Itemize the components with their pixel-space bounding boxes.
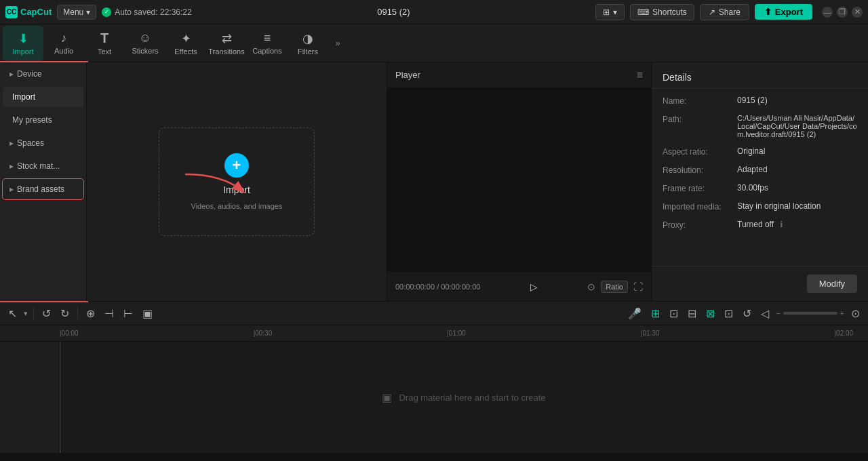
share-button[interactable]: ↗ Share bbox=[700, 4, 749, 20]
undo-button[interactable]: ↺ bbox=[39, 306, 54, 321]
export-button[interactable]: ⬆ Export bbox=[755, 4, 812, 20]
tool-text[interactable]: T Text bbox=[84, 26, 125, 61]
zoom-out-icon[interactable]: − bbox=[776, 309, 780, 317]
player-panel: Player ≡ 00:00:00:00 / 00:00:00:00 ▷ ⊙ R… bbox=[387, 62, 651, 301]
autosave-indicator: ✓ Auto saved: 22:36:22 bbox=[102, 7, 191, 17]
cursor-tool-button[interactable]: ↖ bbox=[5, 306, 20, 321]
tool-transitions[interactable]: ⇄ Transitions bbox=[206, 26, 247, 61]
logo-icon: CC bbox=[5, 6, 18, 18]
layout-arrow: ▾ bbox=[613, 7, 617, 17]
panel-item-import[interactable]: Import bbox=[3, 87, 83, 107]
align-button[interactable]: ⊠ bbox=[703, 306, 717, 321]
redo-button[interactable]: ↻ bbox=[58, 306, 72, 321]
fullscreen-icon[interactable]: ⛶ bbox=[633, 281, 643, 292]
split-button[interactable]: ⊕ bbox=[83, 306, 98, 321]
timeline-zoom: − + bbox=[776, 309, 844, 317]
play-button[interactable]: ▷ bbox=[525, 278, 542, 296]
layout-button[interactable]: ⊞ ▾ bbox=[595, 4, 625, 20]
timeline-tracks: ▣ Drag material here and start to create bbox=[0, 342, 868, 453]
track-content[interactable]: ▣ Drag material here and start to create bbox=[60, 342, 868, 453]
undo2-button[interactable]: ↺ bbox=[740, 306, 754, 321]
text-tool-icon: T bbox=[100, 31, 108, 46]
toolbar: ⬇ Import ♪ Audio T Text ☺ Stickers ✦ Eff… bbox=[0, 24, 868, 62]
import-panel: + Import Videos, audios, and images bbox=[87, 62, 387, 301]
audio-tool-label: Audio bbox=[54, 47, 73, 55]
drag-hint-icon: ▣ bbox=[382, 391, 392, 404]
import-tool-icon: ⬇ bbox=[18, 31, 28, 46]
minimize-button[interactable]: — bbox=[822, 7, 833, 18]
link-button[interactable]: ⊟ bbox=[685, 306, 699, 321]
split2-button[interactable]: ⊡ bbox=[667, 306, 681, 321]
import-label: Import bbox=[12, 92, 35, 102]
panel-group-brand-assets[interactable]: ▶ Brand assets bbox=[3, 179, 83, 199]
tool-stickers[interactable]: ☺ Stickers bbox=[125, 26, 165, 61]
detail-val-proxy: Turned off ℹ bbox=[737, 220, 857, 229]
shortcuts-label: Shortcuts bbox=[652, 7, 687, 17]
transitions-tool-label: Transitions bbox=[208, 47, 244, 56]
toolbar-more-button[interactable]: » bbox=[328, 26, 347, 61]
shortcuts-button[interactable]: ⌨ Shortcuts bbox=[630, 4, 694, 20]
detail-key-proxy: Proxy: bbox=[663, 220, 737, 230]
ruler-mark-100: |01:00 bbox=[447, 329, 466, 337]
timeline-toolbar: ↖ ▾ ↺ ↻ ⊕ ⊣ ⊢ ▣ 🎤 ⊞ ⊡ ⊟ ⊠ ⊡ ↺ ◁ − + ⊙ bbox=[0, 301, 868, 325]
autosave-text: Auto saved: 22:36:22 bbox=[115, 7, 191, 17]
detail-key-framerate: Frame rate: bbox=[663, 183, 737, 193]
mic-button[interactable]: 🎤 bbox=[625, 306, 644, 321]
timeline-separator-1 bbox=[33, 307, 34, 319]
details-footer: Modify bbox=[652, 266, 868, 301]
chevron-right-icon-stock: ▶ bbox=[9, 163, 14, 169]
stock-label: Stock mat... bbox=[17, 161, 60, 171]
timeline-cursor bbox=[60, 342, 60, 453]
tool-filters[interactable]: ◑ Filters bbox=[288, 26, 328, 61]
more-icon: » bbox=[335, 38, 340, 48]
detail-key-path: Path: bbox=[663, 114, 737, 124]
timeline-scrollbar[interactable] bbox=[0, 453, 868, 461]
import-tool-label: Import bbox=[12, 47, 33, 56]
tool-captions[interactable]: ≡ Captions bbox=[247, 26, 288, 61]
tool-import[interactable]: ⬇ Import bbox=[3, 26, 43, 61]
detail-row-path: Path: C:/Users/Usman Ali Nasir/AppData/L… bbox=[663, 114, 857, 138]
tool-effects[interactable]: ✦ Effects bbox=[165, 26, 206, 61]
panel-group-stock[interactable]: ▶ Stock mat... bbox=[3, 156, 83, 176]
trim-left-button[interactable]: ⊣ bbox=[102, 306, 117, 321]
player-controls: 00:00:00:00 / 00:00:00:00 ▷ ⊙ Ratio ⛶ bbox=[387, 271, 651, 301]
zoom-icon-button[interactable]: ⊙ bbox=[848, 306, 863, 321]
caption-button[interactable]: ⊡ bbox=[722, 306, 736, 321]
ruler-mark-200: |02:00 bbox=[835, 329, 854, 337]
panel-group-spaces[interactable]: ▶ Spaces bbox=[3, 133, 83, 153]
maximize-button[interactable]: ❐ bbox=[837, 7, 848, 18]
volume-button[interactable]: ◁ bbox=[758, 306, 772, 321]
snap-button[interactable]: ⊞ bbox=[648, 306, 663, 321]
ratio-button[interactable]: Ratio bbox=[601, 281, 628, 293]
transitions-tool-icon: ⇄ bbox=[222, 31, 232, 46]
panel-item-my-presets[interactable]: My presets bbox=[3, 110, 83, 130]
close-button[interactable]: ✕ bbox=[852, 7, 863, 18]
arrow-svg bbox=[182, 171, 250, 205]
menu-arrow: ▾ bbox=[86, 7, 90, 17]
filters-tool-icon: ◑ bbox=[302, 31, 313, 46]
export-icon: ⬆ bbox=[764, 7, 772, 17]
details-header: Details bbox=[652, 62, 868, 89]
player-menu-icon[interactable]: ≡ bbox=[637, 69, 643, 81]
panel-group-device[interactable]: ▶ Device bbox=[3, 64, 83, 84]
tool-audio[interactable]: ♪ Audio bbox=[43, 26, 84, 61]
detail-val-framerate: 30.00fps bbox=[737, 183, 857, 193]
zoom-in-icon[interactable]: + bbox=[840, 309, 844, 317]
menu-button[interactable]: Menu ▾ bbox=[57, 5, 96, 20]
share-label: Share bbox=[719, 7, 741, 17]
titlebar-left: CC CapCut Menu ▾ ✓ Auto saved: 22:36:22 bbox=[5, 5, 192, 20]
audio-tool-icon: ♪ bbox=[61, 31, 67, 45]
trim-right-button[interactable]: ⊢ bbox=[121, 306, 136, 321]
detail-row-proxy: Proxy: Turned off ℹ bbox=[663, 220, 857, 230]
content-area: ▶ Device Import My presets ▶ Spaces ▶ St… bbox=[0, 62, 868, 301]
modify-button[interactable]: Modify bbox=[807, 275, 857, 293]
player-title: Player bbox=[395, 70, 420, 80]
delete-button[interactable]: ▣ bbox=[140, 306, 155, 321]
spaces-label: Spaces bbox=[17, 138, 44, 148]
player-viewport bbox=[387, 88, 651, 271]
zoom-slider[interactable] bbox=[783, 312, 837, 315]
ruler-mark-0: |00:00 bbox=[60, 329, 79, 337]
focus-icon[interactable]: ⊙ bbox=[587, 281, 595, 292]
details-body: Name: 0915 (2) Path: C:/Users/Usman Ali … bbox=[652, 89, 868, 266]
effects-tool-icon: ✦ bbox=[181, 31, 191, 46]
